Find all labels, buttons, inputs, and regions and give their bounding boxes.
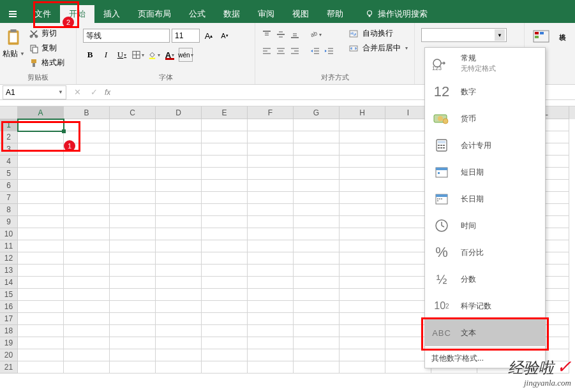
- cell[interactable]: [202, 313, 248, 325]
- cell[interactable]: [156, 168, 202, 180]
- format-longdate[interactable]: 长日期: [425, 185, 545, 212]
- row-header[interactable]: 16: [0, 301, 18, 313]
- cell[interactable]: [202, 228, 248, 240]
- cell[interactable]: [156, 277, 202, 289]
- format-shortdate[interactable]: 短日期: [425, 159, 545, 185]
- cell[interactable]: [202, 277, 248, 289]
- cell[interactable]: [156, 349, 202, 361]
- cell[interactable]: [202, 131, 248, 143]
- row-header[interactable]: 11: [0, 240, 18, 252]
- orientation-button[interactable]: ab▾: [309, 28, 322, 41]
- cell[interactable]: [202, 204, 248, 216]
- cell[interactable]: [64, 361, 110, 374]
- cell[interactable]: [294, 289, 340, 301]
- cell[interactable]: [202, 265, 248, 277]
- cell[interactable]: [18, 240, 64, 252]
- cell[interactable]: [248, 240, 294, 252]
- align-middle-button[interactable]: [274, 28, 287, 41]
- border-button[interactable]: ▾: [131, 48, 145, 62]
- cell[interactable]: [18, 131, 64, 143]
- tab-view[interactable]: 视图: [283, 5, 318, 23]
- cell[interactable]: [156, 204, 202, 216]
- align-right-button[interactable]: [288, 45, 301, 57]
- font-size-select[interactable]: [172, 29, 200, 43]
- app-menu-icon[interactable]: [0, 5, 26, 23]
- cell[interactable]: [248, 301, 294, 313]
- cell[interactable]: [110, 349, 156, 361]
- cell[interactable]: [156, 313, 202, 325]
- cell[interactable]: [156, 265, 202, 277]
- cell[interactable]: [294, 131, 340, 143]
- cell[interactable]: [248, 192, 294, 204]
- cell[interactable]: [110, 168, 156, 180]
- cell[interactable]: [202, 240, 248, 252]
- cell[interactable]: [202, 119, 248, 131]
- align-left-button[interactable]: [260, 45, 273, 57]
- format-fraction[interactable]: ½ 分数: [425, 266, 545, 293]
- cell[interactable]: [294, 349, 340, 361]
- align-top-button[interactable]: [260, 28, 273, 41]
- cell[interactable]: [294, 301, 340, 313]
- column-header[interactable]: G: [294, 106, 340, 119]
- cell[interactable]: [18, 289, 64, 301]
- cell[interactable]: [110, 289, 156, 301]
- cell[interactable]: [340, 204, 385, 216]
- cell[interactable]: [340, 192, 385, 204]
- cell[interactable]: [340, 313, 385, 325]
- row-header[interactable]: 13: [0, 265, 18, 277]
- cell[interactable]: [18, 119, 64, 131]
- cell[interactable]: [248, 265, 294, 277]
- row-header[interactable]: 21: [0, 361, 18, 374]
- cell[interactable]: [110, 228, 156, 240]
- cell[interactable]: [156, 337, 202, 349]
- cell[interactable]: [110, 156, 156, 168]
- column-header[interactable]: C: [110, 106, 156, 119]
- cell[interactable]: [110, 143, 156, 156]
- row-header[interactable]: 8: [0, 204, 18, 216]
- cell[interactable]: [294, 156, 340, 168]
- cell[interactable]: [340, 156, 385, 168]
- row-header[interactable]: 19: [0, 337, 18, 349]
- tab-review[interactable]: 审阅: [249, 5, 283, 23]
- paste-button[interactable]: 粘贴▼: [3, 48, 25, 59]
- cell[interactable]: [202, 289, 248, 301]
- cell[interactable]: [340, 361, 385, 374]
- row-header[interactable]: 3: [0, 143, 18, 156]
- number-format-select[interactable]: ▼: [421, 28, 507, 42]
- increase-indent-button[interactable]: [323, 45, 336, 57]
- cell[interactable]: [156, 289, 202, 301]
- cell[interactable]: [64, 277, 110, 289]
- cell[interactable]: [294, 216, 340, 228]
- cell[interactable]: [64, 289, 110, 301]
- cell[interactable]: [64, 192, 110, 204]
- cell[interactable]: [248, 361, 294, 374]
- fx-icon[interactable]: fx: [105, 88, 110, 97]
- cell[interactable]: [110, 301, 156, 313]
- italic-button[interactable]: I: [99, 48, 113, 62]
- cell[interactable]: [110, 131, 156, 143]
- cell[interactable]: [18, 349, 64, 361]
- column-header[interactable]: H: [340, 106, 385, 119]
- cell[interactable]: [156, 131, 202, 143]
- cell[interactable]: [110, 252, 156, 265]
- increase-font-button[interactable]: A▴: [202, 29, 216, 43]
- cell[interactable]: [248, 119, 294, 131]
- cell[interactable]: [18, 228, 64, 240]
- cell[interactable]: [248, 252, 294, 265]
- select-all-corner[interactable]: [0, 106, 18, 119]
- cell[interactable]: [294, 277, 340, 289]
- cell[interactable]: [202, 156, 248, 168]
- cell[interactable]: [340, 325, 385, 337]
- decrease-font-button[interactable]: A▾: [218, 29, 232, 43]
- cell[interactable]: [294, 204, 340, 216]
- phonetic-button[interactable]: wén▾: [179, 48, 193, 62]
- row-header[interactable]: 18: [0, 325, 18, 337]
- format-currency[interactable]: 货币: [425, 105, 545, 132]
- tab-file[interactable]: 文件: [26, 5, 60, 23]
- tab-pagelayout[interactable]: 页面布局: [129, 5, 180, 23]
- cell[interactable]: [340, 119, 385, 131]
- cell[interactable]: [18, 168, 64, 180]
- cell[interactable]: [110, 337, 156, 349]
- cell[interactable]: [64, 325, 110, 337]
- cell[interactable]: [64, 180, 110, 192]
